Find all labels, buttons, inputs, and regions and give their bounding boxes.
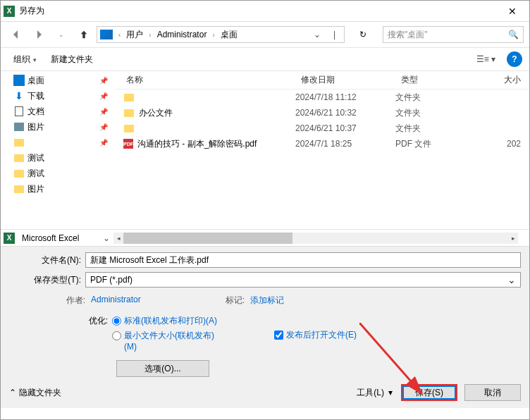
options-button[interactable]: 选项(O)... [116, 360, 209, 377]
tree-item[interactable]: 测试 [1, 150, 115, 166]
col-type[interactable]: 类型 [395, 74, 466, 86]
author-value[interactable]: Administrator [91, 295, 141, 307]
file-row[interactable]: 办公文件2024/6/21 10:32文件夹 [115, 105, 529, 121]
nav-recent-button[interactable]: ⌄ [51, 26, 71, 43]
filetype-select[interactable]: PDF (*.pdf) [85, 272, 521, 288]
location-label[interactable]: Microsoft Excel [19, 233, 101, 243]
opt-standard-radio[interactable] [112, 316, 121, 326]
drive-icon [100, 30, 113, 39]
open-after-checkbox[interactable] [274, 331, 283, 340]
tree-item[interactable]: 图片📌 [1, 119, 115, 135]
file-list: 2024/7/18 11:12文件夹办公文件2024/6/21 10:32文件夹… [115, 89, 529, 152]
nav-back-button[interactable] [6, 26, 26, 43]
col-date[interactable]: 修改日期 [295, 74, 395, 86]
close-button[interactable]: ✕ [498, 1, 526, 21]
filename-label: 文件名(N): [9, 254, 85, 266]
col-name[interactable]: 名称 [115, 74, 295, 86]
save-button[interactable]: 保存(S) [401, 384, 457, 401]
tags-value[interactable]: 添加标记 [250, 295, 284, 307]
tree-item[interactable]: 测试 [1, 166, 115, 181]
filetype-label: 保存类型(T): [9, 274, 85, 286]
excel-icon: X [4, 233, 15, 244]
horizontal-scrollbar[interactable] [113, 233, 518, 244]
nav-up-button[interactable] [74, 26, 94, 43]
file-row[interactable]: PDF沟通的技巧 - 副本_解除密码.pdf2024/7/1 18:25PDF … [115, 136, 529, 152]
search-input[interactable]: 搜索"桌面" 🔍 [383, 26, 524, 43]
location-dropdown[interactable]: ⌄ [101, 233, 112, 243]
search-icon: 🔍 [508, 30, 519, 39]
file-row[interactable]: 2024/6/21 10:37文件夹 [115, 121, 529, 136]
tree-item[interactable]: 文档📌 [1, 104, 115, 119]
cancel-button[interactable]: 取消 [464, 384, 521, 401]
tree-item[interactable]: ⬇下载📌 [1, 88, 115, 104]
help-button[interactable]: ? [507, 51, 522, 67]
excel-icon: X [4, 6, 15, 17]
nav-forward-button [29, 26, 49, 43]
tree-item[interactable]: 📌 [1, 135, 115, 150]
file-list-header: 名称 修改日期 类型 大小 [115, 71, 529, 89]
author-label: 作者: [9, 295, 85, 307]
tree-item[interactable]: 图片 [1, 181, 115, 197]
window-title: 另存为 [19, 5, 498, 17]
organize-button[interactable]: 组织 [8, 51, 42, 68]
tags-label: 标记: [226, 295, 245, 307]
optimize-label: 优化: [9, 315, 112, 354]
hide-folders-button[interactable]: ⌃隐藏文件夹 [9, 387, 61, 399]
opt-min-radio[interactable] [112, 331, 121, 340]
breadcrumb[interactable]: ‹ 用户› Administrator› 桌面 ⌄| [97, 26, 345, 43]
folder-tree: 桌面📌⬇下载📌文档📌图片📌 📌测试测试图片 [1, 71, 115, 229]
file-row[interactable]: 2024/7/18 11:12文件夹 [115, 89, 529, 105]
new-folder-button[interactable]: 新建文件夹 [45, 51, 99, 68]
tools-menu[interactable]: 工具(L)▾ [357, 387, 393, 399]
refresh-button[interactable]: ↻ [350, 26, 376, 43]
filename-input[interactable] [85, 252, 521, 268]
tree-item[interactable]: 桌面📌 [1, 73, 115, 88]
view-options-button[interactable]: ☰≡ ▾ [474, 53, 498, 66]
col-size[interactable]: 大小 [466, 74, 529, 86]
